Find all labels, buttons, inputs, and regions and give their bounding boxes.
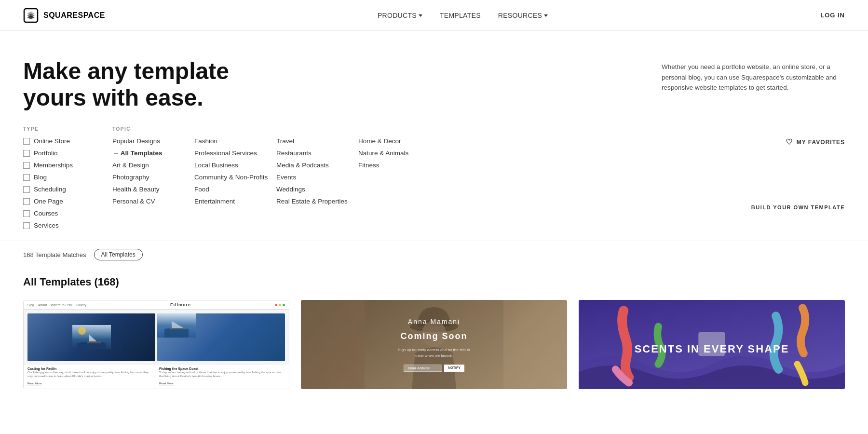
fillmore-images [24, 310, 289, 365]
boat-image-right [157, 313, 196, 338]
topic-personal-cv[interactable]: Personal & CV [112, 198, 194, 205]
model-name: Anna Mamani [408, 318, 460, 326]
template-card-fillmore[interactable]: Blog About Where to Fish Gallery Fillmor… [23, 300, 289, 389]
fillmore-post-desc-2: Today we're chatting with all of those t… [159, 370, 285, 379]
my-favorites-label: MY FAVORITES [797, 139, 845, 146]
boat-image-left [72, 325, 111, 349]
hero-title: Make any template yours with ease. [23, 58, 229, 111]
topic-home-decor[interactable]: Home & Decor [358, 137, 440, 145]
topic-weddings[interactable]: Weddings [276, 186, 358, 193]
fillmore-topbar: Blog About Where to Fish Gallery Fillmor… [24, 300, 289, 310]
email-input-area: Email Address NOTIFY [404, 365, 464, 372]
topic-col-4: Home & Decor Nature & Animals Fitness [358, 137, 440, 205]
fillmore-title: Fillmore [170, 302, 191, 307]
type-column: Online Store Portfolio Memberships Blog … [23, 137, 112, 229]
topic-real-estate[interactable]: Real Estate & Properties [276, 198, 358, 205]
fillmore-nav: Blog About Where to Fish Gallery [27, 303, 86, 307]
type-label-portfolio: Portfolio [34, 149, 58, 157]
type-label: TYPE [23, 126, 112, 132]
topic-events[interactable]: Events [276, 174, 358, 181]
dot-red [275, 304, 277, 306]
template-card-boohu-candle[interactable]: BOOHU CANDLE ◉ 1 ♡ 🛒 [579, 300, 845, 389]
topic-col-2: Fashion Professional Services Local Busi… [194, 137, 276, 205]
build-template-button[interactable]: BUILD YOUR OWN TEMPLATE [751, 204, 845, 210]
type-label-one-page: One Page [34, 198, 63, 205]
checkbox[interactable] [23, 174, 30, 181]
type-memberships[interactable]: Memberships [23, 162, 112, 169]
type-label-memberships: Memberships [34, 162, 73, 169]
type-online-store[interactable]: Online Store [23, 137, 112, 145]
topic-art-design[interactable]: Art & Design [112, 162, 194, 169]
svg-point-2 [78, 327, 86, 335]
type-scheduling[interactable]: Scheduling [23, 186, 112, 193]
checkbox[interactable] [23, 186, 30, 193]
topic-popular-designs[interactable]: Popular Designs [112, 137, 194, 145]
topic-travel[interactable]: Travel [276, 137, 358, 145]
type-label-online-store: Online Store [34, 137, 70, 145]
topic-columns: Popular Designs → All Templates Art & De… [112, 137, 739, 205]
coming-soon-heading: Coming Soon [401, 331, 468, 341]
topic-community-nonprofits[interactable]: Community & Non-Profits [194, 174, 276, 181]
topic-col-1: Popular Designs → All Templates Art & De… [112, 137, 194, 205]
type-label-services: Services [34, 222, 59, 229]
fillmore-read-more-1[interactable]: Read More [27, 382, 42, 385]
topic-entertainment[interactable]: Entertainment [194, 198, 276, 205]
topic-label: TOPIC [112, 126, 131, 132]
type-label-scheduling: Scheduling [34, 186, 66, 193]
nav-templates[interactable]: TEMPLATES [440, 12, 481, 19]
nav-resources[interactable]: RESOURCES [498, 12, 548, 19]
checkbox[interactable] [23, 198, 30, 205]
fillmore-read-more-2[interactable]: Read More [159, 382, 174, 385]
fillmore-post-title-1: Casting for Redlin [27, 367, 153, 370]
dot-yellow [279, 304, 281, 306]
notify-button[interactable]: NOTIFY [444, 365, 464, 372]
dot-green [283, 304, 285, 306]
heart-icon: ♡ [786, 137, 793, 147]
topic-restaurants[interactable]: Restaurants [276, 149, 358, 157]
topic-fashion[interactable]: Fashion [194, 137, 276, 145]
type-portfolio[interactable]: Portfolio [23, 149, 112, 157]
topic-local-business[interactable]: Local Business [194, 162, 276, 169]
topic-health-beauty[interactable]: Health & Beauty [112, 186, 194, 193]
login-button[interactable]: LOG IN [820, 12, 845, 19]
right-actions: ♡ MY FAVORITES BUILD YOUR OWN TEMPLATE [739, 137, 845, 210]
my-favorites-button[interactable]: ♡ MY FAVORITES [786, 137, 845, 147]
template-card-anna-mamani[interactable]: Anna Mamani Coming Soon Sign up for earl… [301, 300, 567, 389]
topic-professional-services[interactable]: Professional Services [194, 149, 276, 157]
hero-section: Make any template yours with ease. Wheth… [0, 31, 868, 126]
hero-description: Whether you need a portfolio website, an… [662, 58, 845, 93]
checkbox[interactable] [23, 150, 30, 157]
filter-labels: TYPE TOPIC [23, 126, 845, 132]
type-label-blog: Blog [34, 174, 47, 181]
filter-section: TYPE TOPIC Online Store Portfolio Member… [0, 126, 868, 241]
type-courses[interactable]: Courses [23, 210, 112, 217]
fillmore-text-area: Casting for Redlin Our fishing guests of… [24, 365, 289, 389]
email-input[interactable]: Email Address [404, 365, 442, 372]
type-one-page[interactable]: One Page [23, 198, 112, 205]
nav-products[interactable]: PRODUCTS [378, 12, 422, 19]
topic-food[interactable]: Food [194, 186, 276, 193]
logo[interactable]: SQUARESPACE [23, 8, 105, 23]
topic-media-podcasts[interactable]: Media & Podcasts [276, 162, 358, 169]
fillmore-image-left [27, 313, 155, 361]
checkbox[interactable] [23, 222, 30, 229]
coming-soon-subtext: Sign up for early access and be the firs… [398, 347, 470, 359]
chevron-down-icon [419, 14, 422, 17]
type-services[interactable]: Services [23, 222, 112, 229]
templates-grid: Blog About Where to Fish Gallery Fillmor… [23, 300, 845, 389]
header: SQUARESPACE PRODUCTS TEMPLATES RESOURCES… [0, 0, 868, 31]
checkbox[interactable] [23, 138, 30, 145]
topic-nature-animals[interactable]: Nature & Animals [358, 149, 440, 157]
results-count: 168 Template Matches [23, 251, 86, 258]
scents-content: SCENTS IN EVERY SHAPE [579, 309, 845, 389]
topic-fitness[interactable]: Fitness [358, 162, 440, 169]
results-tag[interactable]: All Templates [94, 249, 143, 260]
type-blog[interactable]: Blog [23, 174, 112, 181]
svg-rect-5 [170, 328, 187, 329]
checkbox[interactable] [23, 162, 30, 169]
topic-all-templates[interactable]: → All Templates [112, 149, 194, 157]
templates-section: All Templates (168) Blog About Where to … [0, 268, 868, 408]
logo-text: SQUARESPACE [43, 11, 105, 20]
topic-photography[interactable]: Photography [112, 174, 194, 181]
checkbox[interactable] [23, 210, 30, 217]
